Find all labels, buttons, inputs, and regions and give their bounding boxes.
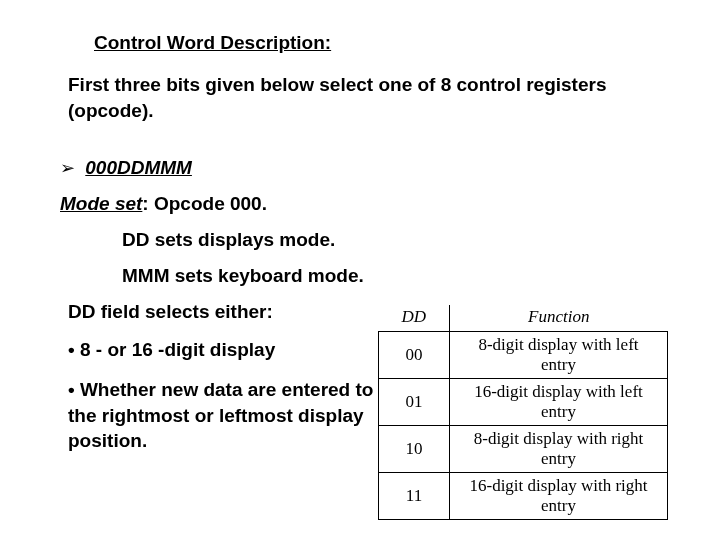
header-function: Function [450, 305, 668, 332]
table-row: 00 8-digit display with left entry [379, 332, 668, 379]
slide: Control Word Description: First three bi… [0, 0, 720, 540]
table-row: 11 16-digit display with right entry [379, 473, 668, 520]
cell-dd: 11 [379, 473, 450, 520]
dd-function-table: DD Function 00 8-digit display with left… [378, 305, 668, 520]
cell-fn: 16-digit display with right entry [450, 473, 668, 520]
header-dd: DD [379, 305, 450, 332]
mode-set-label: Mode set [60, 193, 142, 214]
cell-dd: 01 [379, 379, 450, 426]
right-column: DD Function 00 8-digit display with left… [378, 301, 670, 520]
left-column: DD field selects either: • 8 - or 16 -di… [68, 301, 378, 520]
table-row: 10 8-digit display with right entry [379, 426, 668, 473]
intro-text: First three bits given below select one … [68, 72, 660, 123]
arrow-icon: ➢ [60, 157, 80, 179]
lower-region: DD field selects either: • 8 - or 16 -di… [50, 301, 670, 520]
cell-dd: 00 [379, 332, 450, 379]
dd-field-heading: DD field selects either: [68, 301, 378, 323]
opcode-term: 000DDMMM [85, 157, 192, 178]
section-heading: Control Word Description: [94, 32, 670, 54]
table-row: 01 16-digit display with left entry [379, 379, 668, 426]
cell-fn: 16-digit display with left entry [450, 379, 668, 426]
mmm-sub-line: MMM sets keyboard mode. [122, 265, 670, 287]
cell-dd: 10 [379, 426, 450, 473]
dd-sub-line: DD sets displays mode. [122, 229, 670, 251]
bullet-entry-position: • Whether new data are entered to the ri… [68, 377, 378, 454]
bullet-digit-display: • 8 - or 16 -digit display [68, 337, 378, 363]
mode-set-rest: : Opcode 000. [142, 193, 267, 214]
cell-fn: 8-digit display with left entry [450, 332, 668, 379]
cell-fn: 8-digit display with right entry [450, 426, 668, 473]
mode-set-line: Mode set: Opcode 000. [60, 193, 670, 215]
opcode-bullet: ➢ 000DDMMM [60, 157, 670, 179]
table-header-row: DD Function [379, 305, 668, 332]
